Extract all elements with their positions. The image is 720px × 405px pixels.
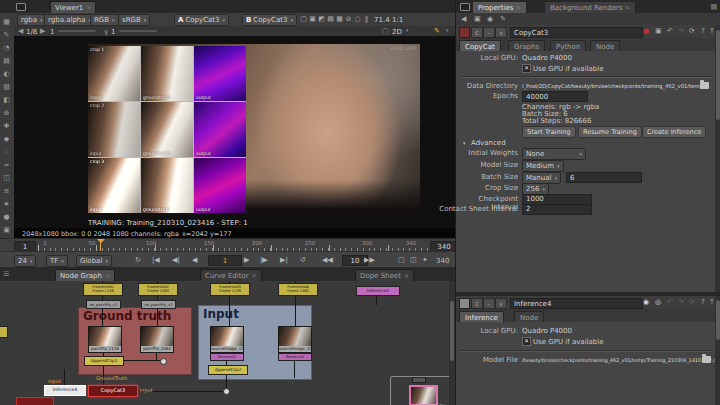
goto-end-icon[interactable]: ▶| <box>280 256 288 264</box>
close-icon[interactable]: ✕ <box>86 4 91 11</box>
inference-scrollbar[interactable] <box>715 296 720 405</box>
node-channel-thumb[interactable] <box>409 385 438 405</box>
colorspace-dropdown[interactable]: sRGB <box>118 14 150 26</box>
batch-size-field[interactable]: 6 <box>566 172 642 183</box>
transform-tool-icon[interactable]: ✚ <box>1 120 12 131</box>
tab-viewer1[interactable]: Viewer1 ✕ <box>50 1 96 13</box>
wipe-pencil-icon[interactable]: ✎ <box>434 27 440 35</box>
node-paintfix-thumb1[interactable]: paintFix_1138 <box>88 326 122 353</box>
tab-curve-editor[interactable]: Curve Editor✕ <box>200 269 262 281</box>
downrez-right-icon[interactable]: ▶ <box>40 27 45 35</box>
node-fragment[interactable] <box>0 326 8 338</box>
merge-tool-icon[interactable]: ⊕ <box>1 107 12 118</box>
split-view-icon[interactable]: ◫ <box>410 256 417 264</box>
keyer-tool-icon[interactable]: ◧ <box>1 94 12 105</box>
contact-sheet-interval-field[interactable]: 2 <box>522 204 592 215</box>
node-appendclip1[interactable]: AppendClip1 <box>84 356 124 366</box>
help-icon[interactable]: ? <box>701 298 705 306</box>
batch-size-mode-dropdown[interactable]: Manual <box>522 172 561 184</box>
tab-node-graph[interactable]: Node Graph✕ <box>55 269 115 281</box>
node-name-field[interactable]: Inference4 <box>510 298 643 309</box>
gain-icon[interactable]: ▤ <box>326 14 335 24</box>
downrez-left-icon[interactable]: ◀ <box>18 27 23 35</box>
viewer-menu-arrow-icon[interactable]: ▾ <box>446 27 449 33</box>
snapshot-icon[interactable]: ◉ <box>643 298 649 306</box>
layer-dropdown[interactable]: rgba <box>17 14 46 26</box>
pane-menu-icon[interactable]: ▤ <box>710 3 717 11</box>
node-color-chip[interactable] <box>459 298 470 309</box>
gamma-slider[interactable] <box>119 30 157 32</box>
playhead-marker-icon[interactable] <box>97 239 105 243</box>
expand-button[interactable]: ∨ <box>495 298 507 309</box>
channel-tool-icon[interactable]: ▤ <box>1 55 12 66</box>
tab-background-renders[interactable]: Background Renders ✕ <box>544 1 636 13</box>
float-icon[interactable]: ↑ <box>709 27 715 35</box>
goto-start-icon[interactable]: |◀ <box>152 256 160 264</box>
compare-icon[interactable]: ◎ <box>655 298 661 306</box>
node-small[interactable] <box>412 377 426 383</box>
use-gpu-checkbox[interactable] <box>522 64 531 73</box>
views-tool-icon[interactable]: ◫ <box>1 172 12 183</box>
range-scope-dropdown[interactable]: Global <box>76 255 112 267</box>
gamma-value[interactable]: 1 <box>111 28 115 36</box>
help-icon[interactable]: ? <box>701 27 705 35</box>
folder-icon[interactable] <box>702 356 711 363</box>
input-b-dropdown[interactable]: B CopyCat3 <box>242 14 297 26</box>
filter-tool-icon[interactable]: ▧ <box>1 81 12 92</box>
step-back-icon[interactable]: ◀ <box>192 256 197 264</box>
node-inference1[interactable]: Inference1 <box>356 286 400 296</box>
node-dot[interactable] <box>223 388 230 395</box>
eye-icon[interactable]: ◉ <box>487 15 493 23</box>
close-icon[interactable]: ✕ <box>105 272 110 279</box>
node-copycat3[interactable]: CopyCat3 <box>88 385 138 397</box>
step-forward-icon[interactable]: ▶ <box>244 256 249 264</box>
wipe-icon[interactable]: ◩ <box>317 14 326 24</box>
pause-icon[interactable]: ‖ <box>362 14 371 24</box>
node-fragment[interactable] <box>16 397 54 405</box>
gain-value[interactable]: 1 <box>50 28 54 36</box>
proxy-ratio[interactable]: 1:1 <box>392 16 403 24</box>
node-name-field[interactable]: CopyCat3 <box>510 27 643 38</box>
record-icon[interactable]: ● <box>643 27 649 35</box>
epochs-field[interactable]: 40000 <box>522 91 588 102</box>
node-color-chip[interactable] <box>459 27 470 38</box>
timeline-ruler[interactable]: 1 1 50 100 150 200 250 300 340 340 <box>0 238 455 252</box>
revert-icon[interactable]: ⟳ <box>689 298 695 306</box>
next-keyframe-icon[interactable]: |▶ <box>260 256 268 264</box>
float-icon[interactable]: ↑ <box>709 298 715 306</box>
create-inference-button[interactable]: Create Inference <box>642 126 706 138</box>
toolsets-tool-icon[interactable]: ★ <box>1 198 12 209</box>
pane-monitor-icon[interactable] <box>460 3 470 11</box>
node-framehold1[interactable]: FrameHold1Frame 1138 <box>83 283 123 296</box>
deep-tool-icon[interactable]: ≈ <box>1 159 12 170</box>
color-tool-icon[interactable]: ◐ <box>1 68 12 79</box>
model-size-dropdown[interactable]: Medium <box>522 160 564 172</box>
node-paintfix-thumb2[interactable]: paintFix_1060 <box>140 326 174 353</box>
prev-keyframe-icon[interactable]: ◀| <box>172 256 180 264</box>
snapshot-icon[interactable]: ▣ <box>655 27 662 35</box>
node-framehold3[interactable]: FrameHold3Frame 1138 <box>210 283 250 296</box>
image-tool-icon[interactable]: ▦ <box>1 16 12 27</box>
node-inference4[interactable]: Inference4 <box>44 385 86 396</box>
viewer-image-area[interactable]: 2048,1080 crop 1 input groundtruth outpu… <box>14 36 455 228</box>
tab-dope-sheet[interactable]: Dope Sheet✕ <box>355 269 414 281</box>
node-paintfix-gizmo2[interactable]: ee_paintFix_v1 <box>141 300 176 309</box>
other-tool-icon[interactable]: ● <box>1 211 12 222</box>
tf-dropdown[interactable]: TF <box>46 255 68 267</box>
view-mode-value[interactable]: 2D <box>392 28 402 36</box>
minimize-button[interactable]: – <box>483 298 495 309</box>
node-framehold4[interactable]: FrameHold4Frame 1060 <box>278 283 318 296</box>
lock-range-icon[interactable]: ✦ <box>422 256 428 264</box>
expand-button[interactable]: ∨ <box>495 27 507 38</box>
draw-tool-icon[interactable]: ✎ <box>1 29 12 40</box>
redo-icon[interactable]: ↷ <box>678 27 684 35</box>
close-icon[interactable]: ✕ <box>252 272 257 279</box>
play-backwards-icon[interactable]: ↺ <box>300 256 306 264</box>
use-gpu-checkbox[interactable] <box>522 337 531 346</box>
center-node-button[interactable]: C <box>471 27 483 38</box>
time-tool-icon[interactable]: ◔ <box>1 42 12 53</box>
ml-tool-icon[interactable]: ▣ <box>1 224 12 235</box>
occlusion-icon[interactable]: ○ <box>353 14 362 24</box>
metadata-tool-icon[interactable]: ≡ <box>1 185 12 196</box>
revert-icon[interactable]: ⟳ <box>689 27 695 35</box>
